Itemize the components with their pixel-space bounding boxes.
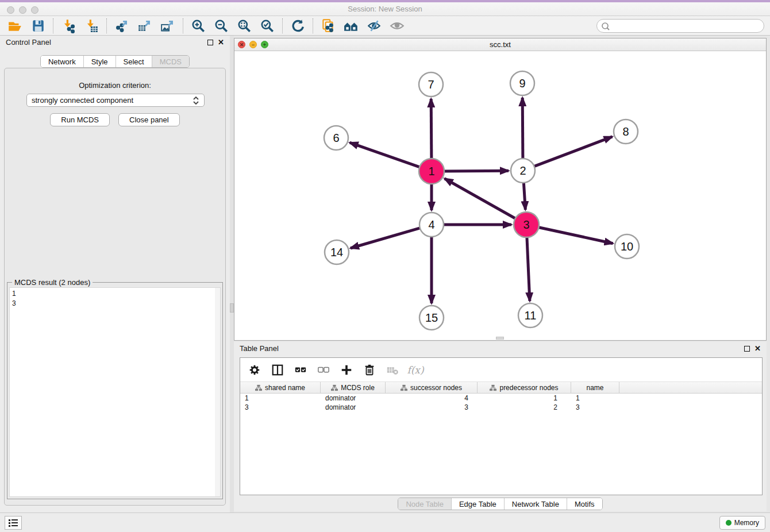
mcds-result-text[interactable]: 1 3 (9, 287, 221, 497)
cell-MCDS-role[interactable]: dominator (321, 394, 386, 403)
network-window-titlebar: ✕ − + scc.txt (234, 38, 766, 51)
control-tab-select[interactable]: Select (116, 56, 152, 67)
float-panel-icon[interactable] (207, 40, 213, 45)
task-history-button[interactable] (5, 516, 22, 530)
graph-node-14[interactable]: 14 (325, 240, 349, 264)
import-network-button[interactable] (57, 17, 80, 34)
graph-node-8[interactable]: 8 (614, 119, 638, 144)
table-tab-motifs[interactable]: Motifs (567, 498, 602, 510)
svg-text:15: 15 (425, 311, 438, 324)
graph-node-6[interactable]: 6 (324, 126, 348, 150)
svg-text:1: 1 (428, 165, 434, 178)
graphics-details-button[interactable] (386, 17, 409, 34)
table-close-panel-icon[interactable]: ✕ (754, 345, 761, 352)
table-row[interactable]: 3dominator323 (240, 403, 762, 412)
cell-shared-name[interactable]: 1 (240, 394, 321, 403)
delete-columns-button[interactable] (362, 363, 377, 377)
export-network-button[interactable] (110, 17, 133, 34)
graph-node-4[interactable]: 4 (419, 213, 444, 237)
cell-predecessor-nodes[interactable]: 1 (478, 394, 571, 403)
control-tab-mcds[interactable]: MCDS (152, 56, 189, 67)
cell-name[interactable]: 3 (571, 403, 619, 412)
column-header-name[interactable]: name (571, 382, 619, 393)
canvas-resize-grip[interactable] (496, 337, 504, 340)
edge-3-1[interactable] (445, 179, 516, 219)
edge-1-7[interactable] (431, 99, 432, 159)
edge-3-11[interactable] (527, 237, 530, 301)
deselect-all-columns-button[interactable] (316, 363, 331, 377)
control-tab-style[interactable]: Style (84, 56, 116, 67)
panel-columns-button[interactable] (270, 363, 285, 377)
tree-hierarchy-icon (490, 384, 496, 391)
cell-successor-nodes[interactable]: 3 (386, 403, 478, 412)
cell-MCDS-role[interactable]: dominator (321, 403, 386, 412)
column-header-successor-nodes[interactable]: successor nodes (386, 382, 478, 393)
create-column-button[interactable] (339, 363, 354, 377)
zoom-in-button[interactable] (187, 17, 210, 34)
first-neighbors-button[interactable] (340, 17, 363, 34)
edge-1-6[interactable] (350, 142, 421, 167)
zoom-out-button[interactable] (210, 17, 233, 34)
zoom-fit-button[interactable] (233, 17, 256, 34)
graph-node-7[interactable]: 7 (419, 72, 443, 97)
graph-node-15[interactable]: 15 (419, 306, 444, 330)
svg-text:7: 7 (428, 78, 434, 91)
table-panel: Table Panel ✕ f(x) shared nameMCDS roles… (234, 342, 767, 511)
export-image-button[interactable] (156, 17, 179, 34)
criterion-dropdown[interactable]: strongly connected component (26, 94, 205, 107)
graph-node-3[interactable]: 3 (514, 212, 539, 237)
optimization-criterion-label: Optimization criterion: (5, 81, 225, 90)
select-all-columns-button[interactable] (293, 363, 308, 377)
edge-3-10[interactable] (538, 228, 613, 244)
graph-node-2[interactable]: 2 (511, 159, 535, 183)
column-header-shared-name[interactable]: shared name (240, 382, 321, 393)
close-panel-icon[interactable]: ✕ (218, 39, 224, 46)
main-toolbar (0, 16, 770, 36)
zoom-selected-button[interactable] (256, 17, 279, 34)
table-tab-edge-table[interactable]: Edge Table (452, 498, 505, 510)
mcds-result-title: MCDS result (2 nodes) (12, 278, 93, 287)
panel-splitter[interactable] (230, 36, 234, 512)
column-header-predecessor-nodes[interactable]: predecessor nodes (478, 382, 571, 393)
table-tab-node-table[interactable]: Node Table (398, 498, 452, 510)
edge-1-2[interactable] (444, 171, 509, 171)
cell-predecessor-nodes[interactable]: 2 (478, 403, 571, 412)
table-tabs: Node TableEdge TableNetwork TableMotifs (398, 498, 602, 510)
export-table-button[interactable] (133, 17, 156, 34)
toolbar-separator (282, 18, 283, 33)
edge-2-3[interactable] (523, 182, 525, 210)
table-float-panel-icon[interactable] (744, 346, 750, 352)
hide-selected-button[interactable] (363, 17, 386, 34)
header-filler (619, 382, 762, 393)
edge-2-9[interactable] (522, 98, 523, 159)
open-session-button[interactable] (3, 17, 26, 34)
table-mode-gear-button[interactable] (247, 363, 262, 377)
graph-node-9[interactable]: 9 (510, 71, 534, 95)
import-table-button[interactable] (80, 17, 103, 34)
search-input[interactable] (596, 19, 764, 33)
control-tab-network[interactable]: Network (41, 56, 84, 67)
svg-text:11: 11 (525, 309, 537, 322)
edge-2-8[interactable] (534, 137, 613, 167)
memory-button[interactable]: Memory (719, 516, 765, 530)
svg-text:8: 8 (622, 125, 629, 138)
run-mcds-button[interactable]: Run MCDS (50, 113, 110, 126)
edge-4-14[interactable] (351, 228, 421, 248)
table-tab-network-table[interactable]: Network Table (505, 498, 567, 510)
graph-node-11[interactable]: 11 (518, 303, 542, 327)
graph-node-1[interactable]: 1 (419, 159, 444, 184)
network-canvas[interactable]: 7968124314101511 (234, 51, 766, 340)
splitter-grip[interactable] (230, 303, 234, 313)
result-scrollbar[interactable] (215, 288, 220, 496)
cell-shared-name[interactable]: 3 (240, 403, 321, 412)
cell-successor-nodes[interactable]: 4 (386, 394, 478, 403)
close-panel-button[interactable]: Close panel (118, 113, 180, 126)
graph-node-10[interactable]: 10 (615, 234, 639, 259)
clone-network-button[interactable] (317, 17, 340, 34)
function-builder-button: f(x) (408, 363, 423, 377)
table-row[interactable]: 1dominator411 (240, 394, 762, 403)
column-header-MCDS-role[interactable]: MCDS role (321, 382, 386, 393)
cell-name[interactable]: 1 (571, 394, 619, 403)
save-session-button[interactable] (26, 17, 49, 34)
refresh-network-button[interactable] (286, 17, 309, 34)
